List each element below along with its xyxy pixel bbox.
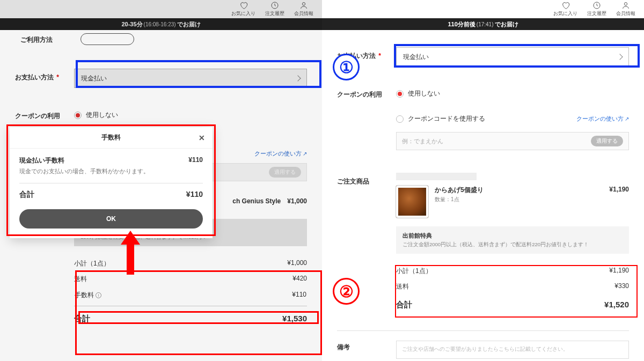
remarks-row: 備考 ご注文や店舗へのご要望がありましたらこちらに記載してください。 [337, 333, 629, 361]
account-link[interactable]: 会員情報 [616, 1, 635, 17]
remarks-label: 備考 [337, 338, 396, 352]
history-label: 注文履歴 [265, 10, 284, 17]
order-item-qty: 数量：1点 [435, 196, 603, 203]
svg-point-1 [302, 3, 305, 5]
coupon-code-input[interactable]: 例：でまえかん 適用する [396, 132, 629, 150]
order-summary: 小計（1点）¥1,190 送料¥330 合計¥1,520 [396, 258, 629, 319]
required-mark: * [378, 52, 381, 60]
store-name-redacted [396, 173, 477, 180]
favorites-label: お気に入り [231, 10, 255, 17]
close-icon[interactable]: ✕ [199, 134, 205, 142]
radio-dot-on [74, 112, 82, 119]
pill-button-hidden[interactable] [80, 33, 134, 45]
payment-select[interactable]: 現金払い [396, 47, 629, 67]
delivery-banner: 20-35分 (16:08-16:23) でお届け [0, 18, 322, 30]
history-icon [592, 1, 601, 10]
modal-total-label: 合計 [19, 190, 34, 200]
fee-row[interactable]: 手数料i¥110 [74, 287, 307, 304]
modal-fee-desc: 現金でのお支払いの場合、手数料がかかります。 [19, 167, 203, 175]
promo-banner: 出前館特典 ご注文金額2000円以上（税込、送料含まず）で配送料220円お値引き… [396, 226, 629, 254]
top-bar: お気に入り 注文履歴 会員情報 [0, 0, 322, 18]
remarks-textarea[interactable]: ご注文や店舗へのご要望がありましたらこちらに記載してください。 [396, 341, 629, 359]
promo-title: 出前館特典 [402, 232, 623, 240]
order-section-label: ご注文商品 [337, 173, 396, 186]
chevron-right-icon [617, 54, 623, 60]
payment-label: お支払い方法 [15, 73, 54, 81]
annotation-circle-2: ② [333, 278, 360, 305]
annotation-circle-1: ① [333, 54, 360, 80]
total-label: 合計 [74, 314, 90, 324]
favorites-link[interactable]: お気に入り [231, 1, 255, 17]
payment-row: お支払い方法 * 現金払い [337, 35, 629, 76]
shipping-value: ¥330 [614, 282, 629, 291]
delivery-eta: 20-35分 [121, 20, 142, 28]
favorites-link[interactable]: お気に入り [553, 1, 577, 17]
ok-button[interactable]: OK [19, 209, 203, 229]
delivery-suffix: でお届け [495, 20, 518, 28]
coupon-code-radio[interactable]: クーポンコードを使用する [396, 114, 485, 123]
history-link[interactable]: 注文履歴 [265, 1, 284, 17]
coupon-row: クーポンの利用 使用しない [15, 98, 307, 125]
order-item-name-partial: ch Genius Style [232, 197, 281, 205]
shipping-label: 送料 [396, 282, 409, 291]
delivery-window: (17:41) [477, 21, 494, 27]
coupon-label: クーポンの利用 [337, 86, 396, 99]
delivery-suffix: でお届け [177, 20, 201, 28]
subtotal-value: ¥1,000 [287, 259, 307, 268]
subtotal-value: ¥1,190 [609, 267, 629, 276]
fee-value: ¥110 [292, 291, 306, 300]
coupon-code-label: クーポンコードを使用する [408, 114, 485, 123]
fee-label: 手数料 [75, 291, 94, 299]
required-mark: * [56, 73, 59, 81]
order-item-price: ¥1,190 [609, 186, 629, 193]
order-item-name: からあげ5個盛り [435, 186, 603, 195]
order-section: ご注文商品 からあげ5個盛り 数量：1点 ¥1,190 出前館特典 ご注文金額2… [337, 160, 629, 328]
modal-title: 手数料 [101, 133, 121, 142]
payment-value: 現金払い [81, 74, 107, 83]
modal-fee-name: 現金払い手数料 [19, 156, 64, 165]
favorites-label: お気に入り [553, 10, 577, 17]
user-icon [621, 1, 630, 10]
fee-modal: 手数料 ✕ 現金払い手数料¥110 現金でのお支払いの場合、手数料がかかります。… [10, 127, 213, 238]
coupon-none-radio[interactable]: 使用しない [396, 89, 629, 98]
history-label: 注文履歴 [587, 10, 606, 17]
modal-header: 手数料 ✕ [10, 127, 213, 149]
shipping-label: 送料 [74, 275, 87, 284]
user-icon [299, 1, 308, 10]
order-summary: 小計（1点）¥1,000 送料¥420 手数料i¥110 合計¥1,530 [74, 251, 307, 333]
coupon-none-radio[interactable]: 使用しない [74, 110, 307, 120]
coupon-none-label: 使用しない [408, 89, 440, 98]
total-value: ¥1,530 [282, 314, 307, 324]
history-icon [270, 1, 279, 10]
coupon-howto-link[interactable]: クーポンの使い方↗ [254, 150, 307, 158]
apply-button: 適用する [269, 167, 301, 178]
heart-icon [239, 1, 248, 10]
info-icon[interactable]: i [96, 292, 101, 298]
coupon-row: クーポンの利用 使用しない クーポンコードを使用する クーポンの使い方↗ 例：で… [337, 76, 629, 160]
section-title-hidden: ご利用方法 [20, 35, 53, 45]
item-thumbnail [396, 186, 428, 218]
heart-icon [561, 1, 570, 10]
payment-value: 現金払い [403, 53, 429, 62]
chevron-right-icon [295, 75, 301, 81]
total-label: 合計 [396, 300, 412, 310]
total-value: ¥1,520 [604, 300, 629, 310]
promo-desc: ご注文金額2000円以上（税込、送料含まず）で配送料220円お値引きします！ [402, 241, 623, 248]
coupon-label: クーポンの利用 [15, 107, 74, 121]
order-item-price: ¥1,000 [287, 197, 307, 205]
delivery-eta: 110分前後 [448, 20, 475, 28]
annotation-arrow [127, 244, 134, 275]
svg-point-3 [624, 3, 627, 5]
payment-select[interactable]: 現金払い [74, 69, 307, 88]
account-label: 会員情報 [616, 10, 635, 17]
delivery-window: (16:08-16:23) [144, 21, 176, 27]
payment-row: お支払い方法 * 現金払い [15, 59, 307, 98]
history-link[interactable]: 注文履歴 [587, 1, 606, 17]
account-label: 会員情報 [294, 10, 313, 17]
coupon-none-label: 使用しない [86, 110, 118, 120]
order-item: からあげ5個盛り 数量：1点 ¥1,190 [396, 186, 629, 218]
apply-button[interactable]: 適用する [591, 136, 623, 146]
account-link[interactable]: 会員情報 [294, 1, 313, 17]
delivery-banner: 110分前後 (17:41) でお届け [322, 18, 644, 30]
coupon-howto-link[interactable]: クーポンの使い方↗ [576, 115, 629, 123]
